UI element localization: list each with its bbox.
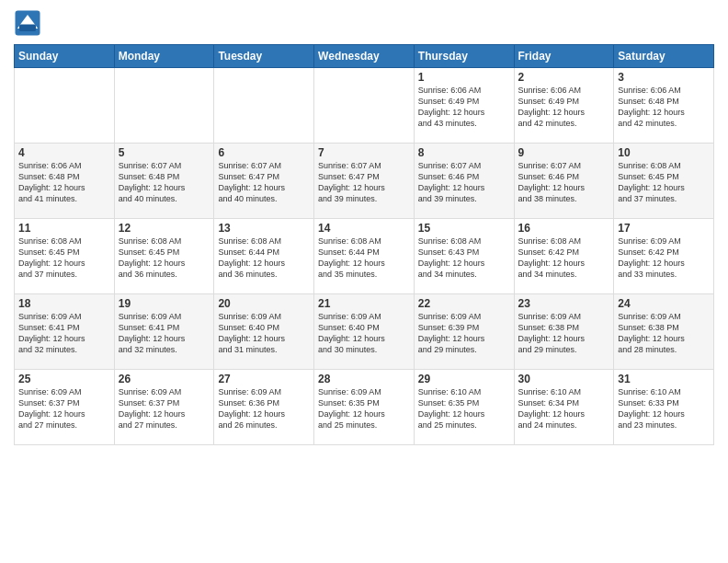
day-number: 14 [318, 222, 410, 235]
calendar-cell: 25Sunrise: 6:09 AM Sunset: 6:37 PM Dayli… [15, 370, 115, 445]
calendar-cell: 29Sunrise: 6:10 AM Sunset: 6:35 PM Dayli… [414, 370, 514, 445]
day-info: Sunrise: 6:08 AM Sunset: 6:44 PM Dayligh… [318, 236, 410, 281]
day-info: Sunrise: 6:08 AM Sunset: 6:43 PM Dayligh… [418, 236, 510, 281]
header-monday: Monday [114, 45, 214, 68]
calendar-cell: 17Sunrise: 6:09 AM Sunset: 6:42 PM Dayli… [614, 219, 714, 294]
day-number: 28 [318, 373, 410, 385]
day-info: Sunrise: 6:07 AM Sunset: 6:47 PM Dayligh… [218, 160, 310, 205]
day-info: Sunrise: 6:09 AM Sunset: 6:35 PM Dayligh… [318, 386, 410, 431]
day-info: Sunrise: 6:06 AM Sunset: 6:48 PM Dayligh… [618, 85, 710, 130]
calendar-week-1: 1Sunrise: 6:06 AM Sunset: 6:49 PM Daylig… [15, 68, 714, 144]
calendar-week-2: 4Sunrise: 6:06 AM Sunset: 6:48 PM Daylig… [15, 144, 714, 219]
calendar-cell: 3Sunrise: 6:06 AM Sunset: 6:48 PM Daylig… [614, 68, 714, 144]
day-number: 7 [318, 146, 410, 159]
day-info: Sunrise: 6:09 AM Sunset: 6:38 PM Dayligh… [618, 311, 710, 356]
calendar-cell: 12Sunrise: 6:08 AM Sunset: 6:45 PM Dayli… [114, 219, 214, 294]
calendar-cell: 19Sunrise: 6:09 AM Sunset: 6:41 PM Dayli… [114, 294, 214, 370]
day-info: Sunrise: 6:09 AM Sunset: 6:39 PM Dayligh… [418, 311, 510, 356]
day-info: Sunrise: 6:08 AM Sunset: 6:45 PM Dayligh… [119, 236, 210, 281]
day-number: 29 [418, 373, 510, 385]
day-number: 21 [318, 297, 410, 310]
day-number: 31 [618, 373, 710, 385]
day-number: 10 [618, 146, 710, 159]
day-info: Sunrise: 6:06 AM Sunset: 6:48 PM Dayligh… [18, 160, 110, 205]
calendar-cell: 30Sunrise: 6:10 AM Sunset: 6:34 PM Dayli… [514, 370, 614, 445]
day-info: Sunrise: 6:08 AM Sunset: 6:45 PM Dayligh… [618, 160, 710, 205]
day-info: Sunrise: 6:08 AM Sunset: 6:45 PM Dayligh… [18, 236, 110, 281]
day-info: Sunrise: 6:07 AM Sunset: 6:46 PM Dayligh… [518, 160, 610, 205]
day-number: 16 [518, 222, 610, 235]
calendar-cell: 26Sunrise: 6:09 AM Sunset: 6:37 PM Dayli… [114, 370, 214, 445]
page: Sunday Monday Tuesday Wednesday Thursday… [0, 0, 728, 563]
calendar-cell: 4Sunrise: 6:06 AM Sunset: 6:48 PM Daylig… [15, 144, 115, 219]
day-number: 2 [518, 71, 610, 84]
day-info: Sunrise: 6:08 AM Sunset: 6:42 PM Dayligh… [518, 236, 610, 281]
calendar-week-5: 25Sunrise: 6:09 AM Sunset: 6:37 PM Dayli… [15, 370, 714, 445]
day-info: Sunrise: 6:09 AM Sunset: 6:38 PM Dayligh… [518, 311, 610, 356]
day-info: Sunrise: 6:09 AM Sunset: 6:37 PM Dayligh… [18, 386, 110, 431]
calendar-cell: 1Sunrise: 6:06 AM Sunset: 6:49 PM Daylig… [414, 68, 514, 144]
day-number: 24 [618, 297, 710, 310]
calendar-cell: 20Sunrise: 6:09 AM Sunset: 6:40 PM Dayli… [214, 294, 314, 370]
day-info: Sunrise: 6:06 AM Sunset: 6:49 PM Dayligh… [518, 85, 610, 130]
calendar-cell [15, 68, 115, 144]
day-number: 5 [119, 146, 210, 159]
logo-icon [14, 9, 41, 37]
calendar-week-3: 11Sunrise: 6:08 AM Sunset: 6:45 PM Dayli… [15, 219, 714, 294]
day-info: Sunrise: 6:09 AM Sunset: 6:40 PM Dayligh… [318, 311, 410, 356]
day-number: 3 [618, 71, 710, 84]
day-info: Sunrise: 6:10 AM Sunset: 6:34 PM Dayligh… [518, 386, 610, 431]
day-number: 13 [218, 222, 310, 235]
calendar-cell: 5Sunrise: 6:07 AM Sunset: 6:48 PM Daylig… [114, 144, 214, 219]
day-number: 9 [518, 146, 610, 159]
calendar-cell: 16Sunrise: 6:08 AM Sunset: 6:42 PM Dayli… [514, 219, 614, 294]
calendar-week-4: 18Sunrise: 6:09 AM Sunset: 6:41 PM Dayli… [15, 294, 714, 370]
logo [14, 9, 46, 37]
calendar-cell: 13Sunrise: 6:08 AM Sunset: 6:44 PM Dayli… [214, 219, 314, 294]
day-info: Sunrise: 6:08 AM Sunset: 6:44 PM Dayligh… [218, 236, 310, 281]
calendar-table: Sunday Monday Tuesday Wednesday Thursday… [14, 44, 714, 445]
day-info: Sunrise: 6:07 AM Sunset: 6:46 PM Dayligh… [418, 160, 510, 205]
header-tuesday: Tuesday [214, 45, 314, 68]
day-number: 23 [518, 297, 610, 310]
calendar-cell: 7Sunrise: 6:07 AM Sunset: 6:47 PM Daylig… [314, 144, 415, 219]
calendar-cell: 10Sunrise: 6:08 AM Sunset: 6:45 PM Dayli… [614, 144, 714, 219]
calendar-cell: 15Sunrise: 6:08 AM Sunset: 6:43 PM Dayli… [414, 219, 514, 294]
day-number: 27 [218, 373, 310, 385]
calendar-cell: 22Sunrise: 6:09 AM Sunset: 6:39 PM Dayli… [414, 294, 514, 370]
header-thursday: Thursday [414, 45, 514, 68]
day-number: 25 [18, 373, 110, 385]
calendar-cell: 24Sunrise: 6:09 AM Sunset: 6:38 PM Dayli… [614, 294, 714, 370]
day-info: Sunrise: 6:06 AM Sunset: 6:49 PM Dayligh… [418, 85, 510, 130]
calendar-cell: 31Sunrise: 6:10 AM Sunset: 6:33 PM Dayli… [614, 370, 714, 445]
days-header-row: Sunday Monday Tuesday Wednesday Thursday… [15, 45, 714, 68]
day-number: 11 [18, 222, 110, 235]
day-number: 30 [518, 373, 610, 385]
header [14, 9, 714, 37]
day-number: 26 [119, 373, 210, 385]
day-number: 4 [18, 146, 110, 159]
calendar-cell: 28Sunrise: 6:09 AM Sunset: 6:35 PM Dayli… [314, 370, 415, 445]
day-number: 1 [418, 71, 510, 84]
calendar-cell: 11Sunrise: 6:08 AM Sunset: 6:45 PM Dayli… [15, 219, 115, 294]
svg-rect-2 [19, 25, 36, 32]
day-info: Sunrise: 6:07 AM Sunset: 6:48 PM Dayligh… [119, 160, 210, 205]
day-number: 18 [18, 297, 110, 310]
day-info: Sunrise: 6:07 AM Sunset: 6:47 PM Dayligh… [318, 160, 410, 205]
calendar-cell [314, 68, 415, 144]
calendar-cell: 9Sunrise: 6:07 AM Sunset: 6:46 PM Daylig… [514, 144, 614, 219]
day-number: 15 [418, 222, 510, 235]
day-number: 8 [418, 146, 510, 159]
day-info: Sunrise: 6:09 AM Sunset: 6:40 PM Dayligh… [218, 311, 310, 356]
day-info: Sunrise: 6:09 AM Sunset: 6:36 PM Dayligh… [218, 386, 310, 431]
calendar-cell: 21Sunrise: 6:09 AM Sunset: 6:40 PM Dayli… [314, 294, 415, 370]
day-info: Sunrise: 6:09 AM Sunset: 6:41 PM Dayligh… [119, 311, 210, 356]
header-wednesday: Wednesday [314, 45, 415, 68]
day-number: 20 [218, 297, 310, 310]
day-info: Sunrise: 6:09 AM Sunset: 6:37 PM Dayligh… [119, 386, 210, 431]
day-number: 22 [418, 297, 510, 310]
calendar-cell: 6Sunrise: 6:07 AM Sunset: 6:47 PM Daylig… [214, 144, 314, 219]
calendar-cell: 8Sunrise: 6:07 AM Sunset: 6:46 PM Daylig… [414, 144, 514, 219]
header-saturday: Saturday [614, 45, 714, 68]
header-friday: Friday [514, 45, 614, 68]
